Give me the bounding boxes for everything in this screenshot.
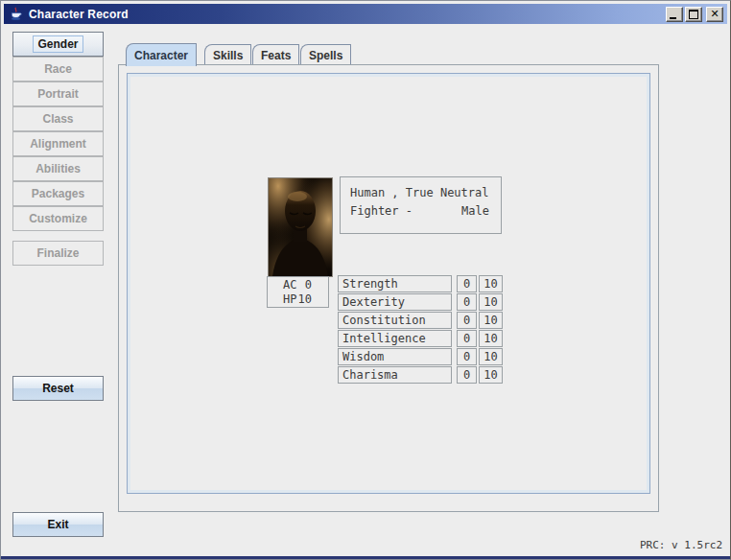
summary-race-alignment: Human , True Neutral (350, 186, 489, 199)
tab-character[interactable]: Character (126, 43, 197, 66)
tab-spells[interactable]: Spells (300, 44, 351, 65)
sidebar-button-gender[interactable]: Gender (12, 32, 104, 57)
button-label: Race (40, 61, 76, 77)
sidebar-button-race[interactable]: Race (12, 57, 104, 82)
button-label: Portrait (34, 86, 83, 102)
ac-label: AC (283, 278, 296, 292)
ability-score: 10 (479, 330, 503, 347)
close-icon: ✕ (710, 10, 719, 19)
button-label: Finalize (33, 245, 83, 261)
reset-button[interactable]: Reset (12, 376, 104, 401)
ability-name: Strength (338, 275, 452, 292)
titlebar[interactable]: Character Record ✕ (4, 4, 727, 24)
sidebar-button-alignment[interactable]: Alignment (12, 131, 104, 156)
ac-hp-box: AC 0 HP 10 (267, 276, 329, 308)
minimize-icon (670, 17, 676, 19)
ability-mod: 0 (457, 312, 477, 329)
tab-skills[interactable]: Skills (204, 44, 251, 65)
sidebar-button-abilities[interactable]: Abilities (12, 156, 104, 181)
button-label: Class (38, 111, 77, 127)
ability-score: 10 (479, 275, 503, 292)
ability-name: Intelligence (338, 330, 452, 347)
hp-label: HP (283, 292, 296, 307)
ability-mod: 0 (457, 275, 477, 292)
character-record-window: Character Record ✕ Gender Race Portrait … (0, 0, 731, 560)
ability-score: 10 (479, 348, 503, 365)
ability-mod: 0 (457, 330, 477, 347)
minimize-button[interactable] (666, 7, 683, 22)
sidebar-button-class[interactable]: Class (12, 106, 104, 131)
ac-value: 0 (305, 278, 312, 292)
window-title: Character Record (29, 8, 129, 21)
button-label: Abilities (32, 161, 84, 176)
sidebar-button-finalize[interactable]: Finalize (12, 241, 104, 266)
java-coffee-icon (9, 7, 23, 21)
button-label: Packages (28, 186, 88, 201)
tab-feats[interactable]: Feats (252, 44, 299, 65)
ability-name: Charisma (338, 366, 452, 384)
summary-class: Fighter - (350, 204, 413, 218)
button-label: Alignment (26, 136, 90, 152)
window-bottom-edge (1, 556, 730, 559)
ability-mod: 0 (457, 348, 477, 365)
close-button[interactable]: ✕ (706, 7, 723, 22)
version-label: PRC: v 1.5rc2 (640, 539, 722, 551)
character-panel: Human , True Neutral Fighter - Male AC 0… (127, 73, 650, 494)
ability-score: 10 (479, 312, 503, 329)
maximize-icon (689, 10, 698, 19)
sidebar-button-packages[interactable]: Packages (12, 181, 104, 206)
ability-mod: 0 (457, 366, 477, 384)
ability-score: 10 (479, 293, 503, 311)
exit-button[interactable]: Exit (12, 512, 104, 537)
tab-content-panel: Human , True Neutral Fighter - Male AC 0… (118, 64, 659, 512)
character-portrait (268, 177, 333, 277)
summary-gender: Male (461, 204, 489, 218)
button-label: Customize (25, 211, 91, 226)
sidebar-button-customize[interactable]: Customize (12, 206, 104, 231)
maximize-button[interactable] (685, 7, 702, 22)
sidebar-button-portrait[interactable]: Portrait (12, 82, 104, 106)
ability-name: Constitution (338, 312, 452, 329)
ability-name: Wisdom (338, 348, 452, 365)
ability-score: 10 (479, 366, 503, 384)
hp-value: 10 (298, 292, 312, 307)
character-summary-box: Human , True Neutral Fighter - Male (340, 176, 502, 234)
ability-name: Dexterity (338, 293, 452, 311)
ability-mod: 0 (457, 293, 477, 311)
button-label: Gender (33, 35, 83, 53)
